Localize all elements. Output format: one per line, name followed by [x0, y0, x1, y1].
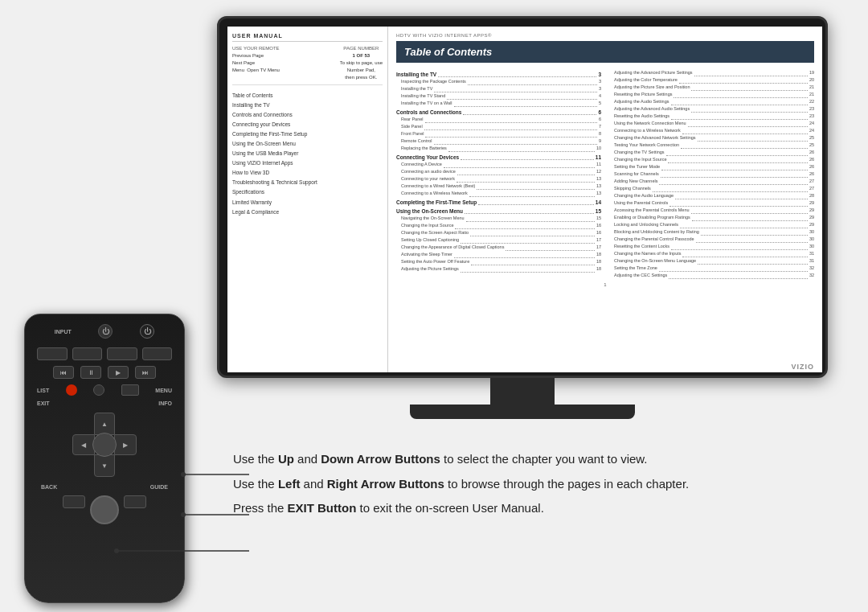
toc-sub-item: Changing the Names of the Inputs31: [609, 250, 814, 257]
toc-sub-label: Changing the Input Source: [401, 223, 453, 229]
toc-sub-item: Rear Panel6: [396, 116, 601, 123]
toc-sidebar-item[interactable]: Using VIZIO Internet Apps: [232, 158, 383, 168]
toc-sub-item: Using the Parental Controls29: [609, 199, 814, 207]
toc-dots: [659, 179, 807, 185]
toc-sub-label: Adding New Channels: [614, 179, 657, 185]
toc-sidebar-item[interactable]: Completing the First-Time Setup: [232, 129, 383, 138]
toc-sub-item: Adjusting the Color Temperature20: [609, 76, 814, 84]
toc-dots: [659, 265, 808, 272]
manual-sidebar: USER MANUAL USE YOUR REMOTE Previous Pag…: [227, 27, 388, 372]
fast-forward-button[interactable]: ⏭: [135, 366, 156, 379]
toc-page: 29: [809, 215, 814, 221]
red-button[interactable]: [66, 384, 77, 396]
toc-sub-item: Resetting the Picture Settings21: [609, 91, 814, 98]
toc-sidebar-item[interactable]: Using the On-Screen Menu: [232, 138, 383, 148]
instructions: Use the Up and Down Arrow Buttons to sel…: [233, 450, 836, 524]
toc-dots: [470, 230, 595, 236]
nav-button-left[interactable]: [63, 495, 85, 508]
toc-page: 18: [596, 259, 601, 265]
toc-sub-label: Adjusting the Color Temperature: [614, 77, 678, 84]
toc-sidebar-item[interactable]: Specifications: [232, 187, 383, 197]
toc-sub-label: Enabling or Disabling Program Ratings: [614, 215, 690, 221]
toc-sub-item: Adjusting the CEC Settings32: [609, 272, 814, 279]
manual-title: USER MANUAL: [232, 33, 383, 42]
toc-page: 31: [809, 258, 814, 265]
toc-sidebar-item[interactable]: Installing the TV: [232, 100, 383, 109]
toc-dots: [465, 207, 594, 214]
toc-dots: [434, 138, 597, 145]
toc-sub-label: Navigating the On-Screen Menu: [401, 216, 465, 222]
toc-columns: Installing the TV 3 Inspecting the Packa…: [396, 69, 814, 279]
power-standby-button[interactable]: ⏻: [98, 324, 113, 339]
colored-button-2[interactable]: [93, 384, 104, 396]
toc-sub-item: Changing the TV Settings26: [609, 149, 814, 156]
toc-sub-item: Changing the Input Source26: [609, 156, 814, 163]
toc-dots: [682, 128, 808, 134]
toc-sub-item: Connecting to a Wireless Network13: [396, 190, 601, 197]
toc-page: 25: [809, 135, 814, 142]
toc-main-item: Installing the TV 3: [396, 71, 601, 78]
toc-right-column: Adjusting the Advanced Picture Settings1…: [609, 69, 814, 279]
stop-button[interactable]: [121, 384, 139, 396]
toc-sidebar-item[interactable]: Using the USB Media Player: [232, 149, 383, 158]
play-button[interactable]: ▶: [108, 366, 129, 379]
remote-list-menu-row: LIST MENU: [25, 382, 184, 398]
nav-button-right[interactable]: [124, 495, 146, 508]
toc-sub-label: Adjusting the Picture Settings: [401, 266, 459, 273]
nav-label: USE YOUR REMOTE: [232, 46, 280, 51]
toc-dots: [692, 215, 808, 221]
remote-button-3[interactable]: [107, 347, 137, 360]
remote-button-2[interactable]: [72, 347, 103, 360]
right-arrow-button[interactable]: ▶: [114, 434, 137, 455]
toc-dots: [671, 99, 808, 105]
remote-button-4[interactable]: [142, 347, 173, 360]
toc-sub-label: Connecting to a Wireless Network: [401, 191, 468, 197]
toc-dots: [682, 251, 807, 257]
toc-dots: [681, 142, 808, 149]
toc-sub-item: Connecting to a Wired Network (Best)13: [396, 183, 601, 190]
toc-sub-item: Setting the Time Zone32: [609, 265, 814, 272]
toc-dots: [444, 162, 595, 168]
toc-sidebar-item[interactable]: Connecting your Devices: [232, 119, 383, 129]
toc-sub-item: Adjusting the Advanced Picture Settings1…: [609, 69, 814, 76]
toc-sub-item: Changing the On-Screen Menu Language31: [609, 257, 814, 265]
toc-dots: [434, 86, 597, 92]
toc-sub-label: Changing the On-Screen Menu Language: [614, 258, 696, 265]
toc-sidebar-item[interactable]: How to View 3D: [232, 168, 383, 178]
pause-button[interactable]: ⏸: [80, 366, 101, 379]
up-arrow-button[interactable]: ▲: [94, 413, 115, 435]
toc-sidebar-item[interactable]: Limited Warranty: [232, 197, 383, 207]
rewind-button[interactable]: ⏮: [53, 366, 74, 379]
toc-dots: [448, 146, 595, 152]
toc-sub-item: Setting the Auto Power Off Feature18: [396, 258, 601, 265]
toc-sub-item: Connecting to your network13: [396, 175, 601, 183]
toc-sub-label: Installing the TV on a Wall: [401, 101, 452, 107]
toc-page: 7: [599, 124, 601, 130]
toc-left-column: Installing the TV 3 Inspecting the Packa…: [396, 69, 601, 279]
toc-sidebar-item[interactable]: Troubleshooting & Technical Support: [232, 178, 383, 187]
toc-sub-label: Adjusting the CEC Settings: [614, 273, 667, 279]
toc-page: 13: [596, 176, 601, 183]
down-arrow-button[interactable]: ▼: [94, 454, 115, 477]
toc-sub-label: Side Panel: [401, 124, 423, 130]
toc-page: 25: [809, 142, 814, 149]
toc-sub-item: Adjusting the Advanced Audio Settings23: [609, 105, 814, 113]
remote-button-1[interactable]: [37, 347, 68, 360]
toc-sub-item: Adding New Channels27: [609, 178, 814, 185]
toc-sidebar-item[interactable]: Table of Contents: [232, 90, 383, 100]
ok-button[interactable]: [92, 433, 117, 457]
toc-dots: [454, 101, 597, 107]
nav-row: USE YOUR REMOTE: [232, 45, 280, 52]
toc-sub-item: Resetting the Content Locks30: [609, 243, 814, 250]
toc-sidebar-item[interactable]: Controls and Connections: [232, 109, 383, 119]
left-arrow-button[interactable]: ◀: [72, 434, 95, 455]
toc-dots: [425, 131, 597, 138]
toc-page: 8: [599, 131, 601, 138]
toc-sub-label: Setting the Tuner Mode: [614, 164, 660, 170]
power-on-button[interactable]: ⏻: [140, 324, 154, 339]
toc-page: 11: [596, 162, 601, 168]
toc-page: 27: [809, 179, 814, 185]
toc-sidebar-item[interactable]: Legal & Compliance: [232, 207, 383, 216]
down-arrow-bold: Down Arrow Buttons: [321, 452, 440, 466]
center-nav-button[interactable]: [90, 495, 119, 524]
